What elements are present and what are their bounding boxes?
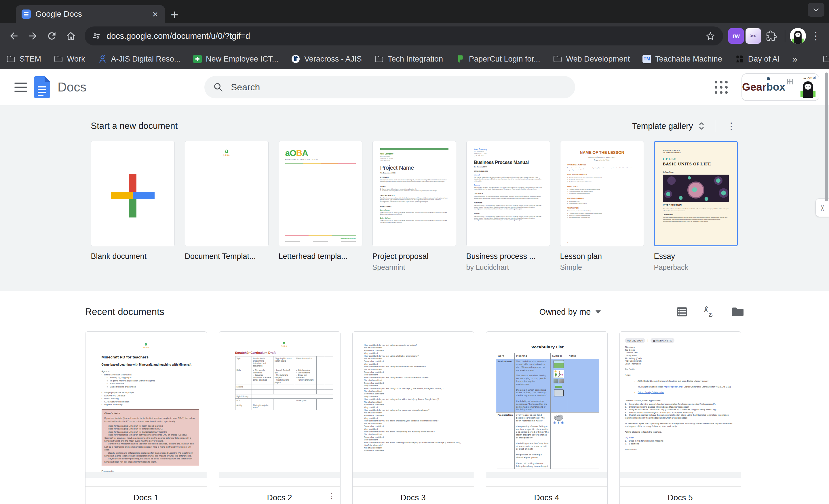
- docs-logo-icon[interactable]: [34, 76, 50, 98]
- browser-tab-google-docs[interactable]: Google Docs ×: [16, 5, 165, 23]
- main-menu-icon[interactable]: [14, 83, 27, 92]
- template-business-process[interactable]: Your Company 123 Your Street Your City, …: [466, 141, 550, 246]
- tab-search-chevron-icon[interactable]: [808, 3, 824, 17]
- bookmark-new-employee[interactable]: New Employee ICT...: [193, 55, 278, 64]
- template-title: Business process ...: [466, 252, 551, 261]
- app-title[interactable]: Docs: [58, 80, 86, 94]
- reload-icon[interactable]: [43, 27, 61, 45]
- back-icon[interactable]: [5, 27, 23, 45]
- template-cards-row: Blank document a AOBA Document Templat..…: [91, 141, 738, 272]
- aoba-logo: a AOBA: [235, 340, 333, 347]
- search-icon: [213, 82, 223, 92]
- letterhead-tagline: AOBA-JAPAN INTERNATIONAL SCHOOL: [285, 158, 356, 160]
- bookmark-web-development[interactable]: Web Development: [553, 54, 630, 64]
- cells-illustration: [663, 175, 729, 202]
- template-more-icon[interactable]: ⋮: [724, 120, 738, 131]
- ownership-filter-label: Owned by me: [539, 307, 591, 317]
- template-blank-document[interactable]: [91, 141, 175, 246]
- blank-plus-icon: [111, 192, 154, 199]
- address-bar[interactable]: docs.google.com/document/u/0/?tgif=d: [85, 27, 723, 45]
- doc-card-docs-5[interactable]: Apr 25, 2024 | ▦ AOBA JISTG Attendees: J…: [619, 332, 741, 504]
- curriculum-table: TopicIntroduction to programming, instru…: [235, 356, 333, 410]
- forward-icon[interactable]: [24, 27, 41, 45]
- list-view-icon[interactable]: [675, 305, 689, 319]
- face-extension-icon[interactable]: ><: [746, 28, 761, 44]
- svg-text:A: A: [704, 307, 708, 313]
- person-icon: [98, 54, 107, 64]
- doc-thumbnail: Vocabulary List WordMeaningSymbolNotes E…: [486, 332, 607, 487]
- template-title: Document Templat...: [185, 252, 269, 261]
- template-header-divider: [715, 120, 715, 132]
- letterhead-gradient-bar: [285, 235, 356, 236]
- doc-card-docs-3[interactable]: How confident do you feel using a comput…: [352, 332, 474, 504]
- account-button[interactable]: Gearbox → carol: [742, 73, 819, 101]
- doc-title[interactable]: Docs 4: [486, 487, 607, 504]
- template-title: Project proposal: [372, 252, 457, 261]
- doc-card-docs-4[interactable]: Vocabulary List WordMeaningSymbolNotes E…: [486, 332, 608, 504]
- template-subtitle: Simple: [560, 263, 645, 272]
- tab-close-icon[interactable]: ×: [151, 9, 159, 19]
- bookmark-label: Day of AI: [748, 55, 780, 64]
- unfold-more-icon: [697, 121, 706, 131]
- bookmark-teachable-machine[interactable]: TMTeachable Machine: [643, 55, 722, 64]
- bookmark-label: New Employee ICT...: [206, 55, 278, 64]
- bookmark-work[interactable]: Work: [54, 54, 85, 64]
- extensions-puzzle-icon[interactable]: [763, 27, 780, 45]
- open-file-picker-icon[interactable]: [730, 305, 744, 319]
- folder-icon: [6, 54, 15, 64]
- bookmark-day-of-ai[interactable]: Day of AI: [735, 54, 780, 64]
- bookmark-stem[interactable]: STEM: [6, 54, 41, 64]
- template-letterhead[interactable]: aOBA AOBA-JAPAN INTERNATIONAL SCHOOL www…: [279, 141, 362, 246]
- new-tab-button[interactable]: +: [171, 8, 178, 21]
- template-subtitle: Spearmint: [372, 263, 457, 272]
- account-avatar: → carol: [797, 77, 819, 98]
- gearbox-logo-box: box: [766, 81, 785, 93]
- template-document-template[interactable]: a AOBA: [185, 141, 268, 246]
- tm-icon: TM: [643, 55, 651, 63]
- gearbox-logo: Gearbox: [742, 81, 793, 93]
- page-scrollbar[interactable]: [825, 73, 828, 201]
- doc-card-docs-2[interactable]: a AOBA ScratchJr Curriculum Draft TopicI…: [219, 332, 340, 504]
- readwrite-extension-icon[interactable]: rw: [728, 28, 744, 44]
- doc-card-docs-1[interactable]: a AOBA Minecraft PD for teachers Game-ba…: [85, 332, 207, 504]
- doc-title[interactable]: Docs 3: [353, 487, 474, 504]
- letterhead-gradient-bar: [285, 163, 356, 164]
- docs-home-page: Docs Search Gearbox → carol: [0, 69, 829, 504]
- recent-documents-section: Recent documents Owned by me AZ: [0, 291, 829, 504]
- home-icon[interactable]: [62, 27, 79, 45]
- bookmark-papercut[interactable]: PaperCut Login for...: [456, 54, 540, 64]
- plus-doc-icon: [193, 55, 202, 63]
- bookmark-label: Web Development: [566, 55, 630, 64]
- search-input[interactable]: Search: [204, 76, 575, 99]
- bookmark-label: Veracross - AJIS: [304, 55, 362, 64]
- google-apps-icon[interactable]: [713, 79, 729, 95]
- doc-title[interactable]: Docs 1: [85, 487, 207, 504]
- doc-title[interactable]: Docs 5: [620, 487, 741, 504]
- bookmark-star-icon[interactable]: [705, 31, 716, 41]
- bookmark-veracross[interactable]: Veracross - AJIS: [291, 54, 362, 64]
- ownership-filter-dropdown[interactable]: Owned by me: [539, 307, 601, 317]
- chrome-menu-icon[interactable]: ⋮: [808, 30, 824, 42]
- avatar-caption: → carol: [803, 76, 816, 81]
- template-essay-selected[interactable]: BIOLOGY PERIOD 1 MS. WENDY WRITER CELLS …: [654, 141, 738, 246]
- computer-symbol: [554, 389, 564, 396]
- collapse-chevrons-icon: ><: [819, 205, 826, 210]
- aoba-logo: a AOBA: [185, 141, 268, 156]
- template-gallery-button[interactable]: Template gallery: [632, 121, 706, 131]
- tab-title: Google Docs: [35, 9, 146, 19]
- sort-az-icon[interactable]: AZ: [702, 305, 716, 319]
- bookmark-tech-integration[interactable]: Tech Integration: [374, 54, 443, 64]
- template-title: Blank document: [91, 252, 175, 261]
- all-bookmarks[interactable]: All Bookmarks: [823, 54, 829, 64]
- bookmarks-overflow-chevron[interactable]: »: [792, 54, 797, 65]
- doc-title[interactable]: Docs 2: [219, 487, 340, 504]
- template-project-proposal[interactable]: Your Company 123 Your Street Your City, …: [372, 141, 456, 246]
- site-settings-icon[interactable]: [92, 32, 101, 40]
- environment-symbol: [553, 360, 564, 368]
- template-lesson-plan[interactable]: NAME OF THE LESSON Lesson Plan for Grade…: [560, 141, 644, 246]
- recent-section-title: Recent documents: [85, 306, 165, 317]
- bookmark-ajis-digital[interactable]: A-JIS Digital Reso...: [98, 54, 181, 64]
- dropdown-caret-icon: [596, 310, 601, 314]
- profile-avatar[interactable]: [790, 28, 806, 44]
- doc-thumbnail: How confident do you feel using a comput…: [353, 332, 474, 487]
